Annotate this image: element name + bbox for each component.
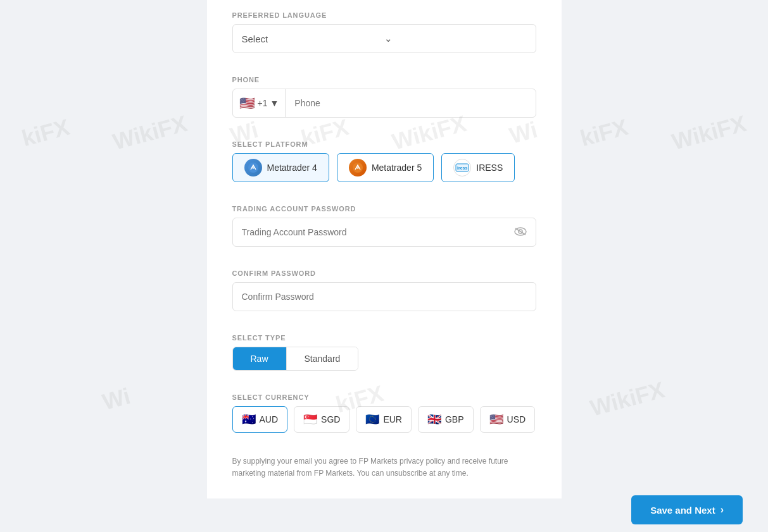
gbp-flag-icon: 🇬🇧 [427, 412, 441, 426]
us-flag-icon: 🇺🇸 [239, 96, 255, 111]
phone-country-code: +1 [258, 98, 268, 108]
type-raw-button[interactable]: Raw [233, 347, 287, 370]
preferred-language-label: PREFERRED LANGUAGE [232, 11, 536, 19]
aud-label: AUD [260, 414, 279, 424]
platform-mt5-button[interactable]: Metatrader 5 [337, 153, 434, 182]
currency-usd-button[interactable]: 🇺🇸 USD [480, 406, 536, 433]
page-container: PREFERRED LANGUAGE Select ⌄ PHONE 🇺🇸 +1 … [0, 0, 768, 532]
currency-options: 🇦🇺 AUD 🇸🇬 SGD 🇪🇺 EUR 🇬🇧 GBP 🇺🇸 [232, 406, 536, 433]
select-platform-label: SELECT PLATFORM [232, 140, 536, 148]
sgd-label: SGD [321, 414, 340, 424]
phone-country-selector[interactable]: 🇺🇸 +1 ▼ [233, 89, 286, 117]
mt5-label: Metatrader 5 [372, 163, 422, 173]
currency-sgd-button[interactable]: 🇸🇬 SGD [294, 406, 349, 433]
currency-aud-button[interactable]: 🇦🇺 AUD [232, 406, 288, 433]
aud-flag-icon: 🇦🇺 [242, 412, 256, 426]
select-type-section: SELECT TYPE Raw Standard [207, 323, 562, 371]
trading-password-label: TRADING ACCOUNT PASSWORD [232, 205, 536, 213]
phone-dropdown-icon: ▼ [270, 98, 279, 108]
trading-password-section: TRADING ACCOUNT PASSWORD [207, 194, 562, 247]
usd-label: USD [507, 414, 526, 424]
type-options: Raw Standard [232, 347, 359, 371]
preferred-language-select[interactable]: Select ⌄ [232, 24, 536, 53]
save-next-label: Save and Next [650, 505, 715, 516]
chevron-down-icon: ⌄ [384, 33, 527, 44]
preferred-language-section: PREFERRED LANGUAGE Select ⌄ [207, 0, 562, 53]
phone-label: PHONE [232, 76, 536, 84]
form-card: PREFERRED LANGUAGE Select ⌄ PHONE 🇺🇸 +1 … [207, 0, 562, 498]
mt4-label: Metatrader 4 [267, 163, 317, 173]
confirm-password-section: CONFIRM PASSWORD [207, 258, 562, 311]
mt5-icon [349, 159, 367, 176]
sgd-flag-icon: 🇸🇬 [303, 412, 317, 426]
trading-password-wrapper [232, 218, 536, 247]
usd-flag-icon: 🇺🇸 [489, 412, 503, 426]
svg-point-1 [252, 166, 255, 169]
phone-wrapper: 🇺🇸 +1 ▼ [232, 89, 536, 118]
preferred-language-value: Select [242, 34, 384, 44]
svg-point-3 [356, 166, 359, 169]
eur-flag-icon: 🇪🇺 [365, 412, 379, 426]
trading-password-input[interactable] [233, 227, 505, 237]
arrow-right-icon: › [721, 504, 724, 516]
iress-icon: iress [453, 159, 471, 176]
footer-bar: Save and Next › [0, 488, 768, 532]
confirm-password-input[interactable] [233, 292, 536, 302]
select-currency-label: SELECT CURRENCY [232, 393, 536, 401]
save-next-button[interactable]: Save and Next › [631, 495, 743, 524]
currency-eur-button[interactable]: 🇪🇺 EUR [356, 406, 412, 433]
phone-section: PHONE 🇺🇸 +1 ▼ [207, 65, 562, 118]
disclaimer-text: By supplying your email you agree to FP … [207, 444, 562, 479]
select-currency-section: SELECT CURRENCY 🇦🇺 AUD 🇸🇬 SGD 🇪🇺 EUR 🇬🇧 [207, 382, 562, 433]
platform-options: Metatrader 4 Metatrader 5 [232, 153, 536, 182]
type-standard-button[interactable]: Standard [287, 347, 358, 370]
platform-mt4-button[interactable]: Metatrader 4 [232, 153, 329, 182]
toggle-password-icon[interactable] [505, 226, 536, 239]
eur-label: EUR [383, 414, 402, 424]
iress-label: IRESS [476, 163, 503, 173]
select-type-label: SELECT TYPE [232, 334, 536, 342]
svg-text:iress: iress [457, 166, 467, 170]
platform-iress-button[interactable]: iress IRESS [441, 153, 515, 182]
currency-gbp-button[interactable]: 🇬🇧 GBP [418, 406, 474, 433]
mt4-icon [244, 159, 262, 176]
select-platform-section: SELECT PLATFORM Metatrader 4 [207, 129, 562, 182]
confirm-password-label: CONFIRM PASSWORD [232, 269, 536, 277]
gbp-label: GBP [445, 414, 464, 424]
phone-input[interactable] [286, 98, 535, 108]
confirm-password-wrapper [232, 282, 536, 311]
